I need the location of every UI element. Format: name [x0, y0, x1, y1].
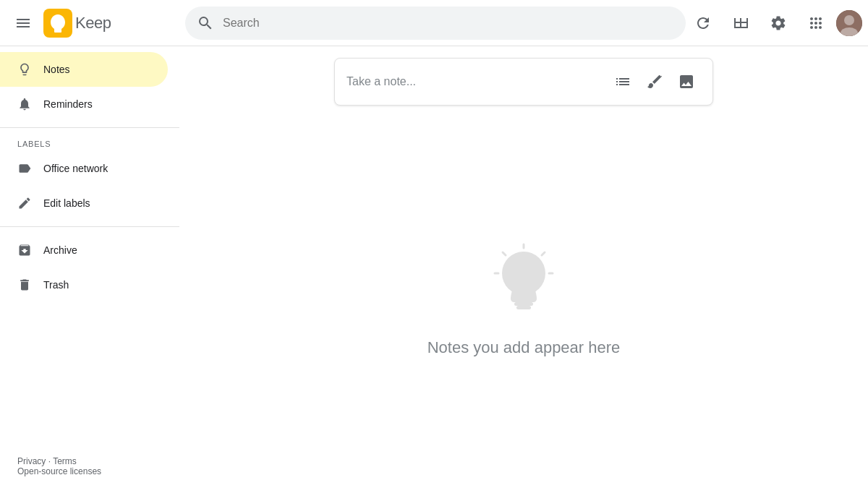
header: Keep	[0, 0, 868, 46]
archive-icon	[17, 243, 32, 257]
sidebar-notes-label: Notes	[43, 64, 70, 75]
open-source-link[interactable]: Open-source licenses	[17, 466, 101, 476]
sidebar-archive-label: Archive	[43, 244, 77, 256]
note-input-actions	[608, 67, 701, 96]
sidebar-item-reminders[interactable]: Reminders	[0, 87, 168, 121]
settings-icon	[770, 14, 787, 32]
svg-line-10	[503, 252, 506, 255]
user-avatar[interactable]	[836, 10, 862, 36]
refresh-icon	[694, 14, 712, 32]
main-content: Take a note...	[179, 46, 868, 488]
empty-state-text: Notes you add appear here	[427, 338, 621, 357]
lightbulb-icon	[480, 237, 567, 324]
grid-view-icon	[732, 14, 749, 32]
sidebar-reminders-label: Reminders	[43, 98, 93, 110]
apps-button[interactable]	[799, 6, 833, 40]
sidebar-edit-labels-label: Edit labels	[43, 197, 90, 209]
checklist-icon	[614, 73, 631, 90]
new-image-button[interactable]	[672, 67, 701, 96]
settings-button[interactable]	[761, 6, 796, 40]
edit-icon	[17, 196, 32, 210]
sidebar-item-archive[interactable]: Archive	[0, 233, 168, 267]
reminders-icon	[17, 97, 32, 111]
notes-icon	[17, 62, 32, 77]
note-input-box[interactable]: Take a note...	[334, 58, 713, 106]
new-list-button[interactable]	[608, 67, 637, 96]
hamburger-icon	[14, 14, 32, 32]
svg-line-9	[542, 252, 545, 255]
header-actions	[686, 6, 862, 40]
sidebar-item-notes[interactable]: Notes	[0, 52, 168, 87]
new-drawing-button[interactable]	[640, 67, 669, 96]
svg-rect-7	[516, 306, 531, 309]
logo-container[interactable]: Keep	[43, 9, 111, 38]
search-bar[interactable]	[185, 7, 686, 40]
empty-state-icon	[480, 237, 567, 327]
refresh-button[interactable]	[686, 6, 720, 40]
apps-icon	[807, 14, 825, 32]
sidebar: Notes Reminders LABELS Office network Ed…	[0, 46, 179, 488]
view-toggle-button[interactable]	[723, 6, 758, 40]
svg-rect-6	[514, 302, 533, 306]
app-name: Keep	[75, 14, 111, 33]
main-layout: Notes Reminders LABELS Office network Ed…	[0, 46, 868, 488]
sidebar-item-edit-labels[interactable]: Edit labels	[0, 186, 168, 221]
search-icon	[197, 14, 214, 32]
search-input[interactable]	[223, 17, 674, 30]
sidebar-divider-bottom	[0, 226, 179, 227]
svg-point-3	[844, 15, 854, 25]
privacy-link[interactable]: Privacy	[17, 456, 46, 466]
labels-heading: LABELS	[0, 134, 179, 151]
footer-separator: ·	[48, 456, 51, 466]
header-left: Keep	[6, 6, 185, 40]
sidebar-footer: Privacy · Terms Open-source licenses	[0, 445, 179, 488]
empty-state: Notes you add appear here	[191, 106, 856, 488]
sidebar-item-office-network[interactable]: Office network	[0, 151, 168, 186]
sidebar-divider-top	[0, 127, 179, 128]
image-icon	[678, 73, 695, 90]
terms-link[interactable]: Terms	[53, 456, 77, 466]
trash-icon	[17, 278, 32, 292]
label-icon	[17, 161, 32, 176]
avatar-image	[836, 10, 862, 36]
keep-logo	[43, 9, 72, 38]
menu-button[interactable]	[6, 6, 41, 40]
svg-rect-1	[54, 31, 61, 33]
note-input-placeholder[interactable]: Take a note...	[346, 75, 603, 88]
sidebar-trash-label: Trash	[43, 279, 69, 291]
sidebar-office-network-label: Office network	[43, 163, 108, 174]
brush-icon	[646, 73, 663, 90]
sidebar-item-trash[interactable]: Trash	[0, 267, 168, 302]
